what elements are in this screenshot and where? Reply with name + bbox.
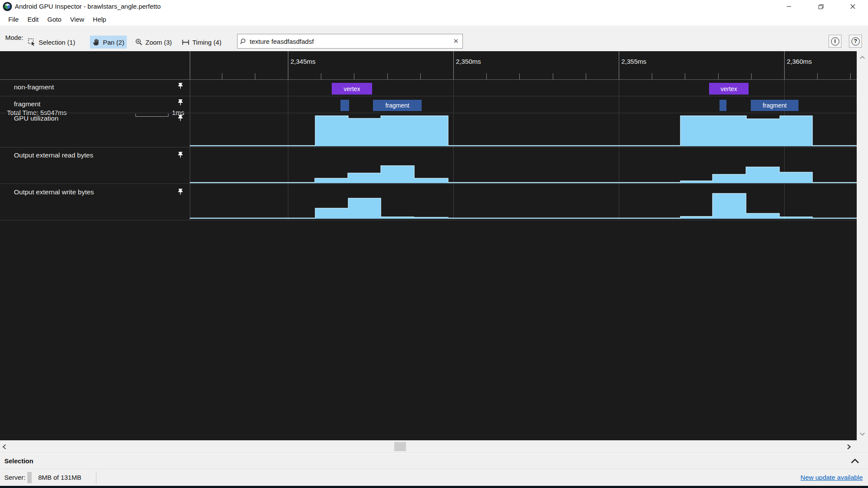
search-clear-icon[interactable]: ✕ <box>449 37 462 45</box>
slice-fragment[interactable]: fragment <box>751 100 799 111</box>
close-button[interactable] <box>843 0 863 13</box>
zoom-icon <box>135 38 143 46</box>
status-bar <box>0 470 868 486</box>
scroll-up-icon[interactable] <box>859 56 865 59</box>
track-label-non-fragment: non-fragment <box>14 83 54 91</box>
mode-timing-label: Timing (4) <box>192 39 221 46</box>
ruler-minor-tick <box>519 73 520 79</box>
help-button[interactable]: ? <box>849 35 862 48</box>
info-button[interactable]: i <box>828 35 842 48</box>
time-label-1: 2,350ms <box>456 58 481 65</box>
menu-help[interactable]: Help <box>89 14 111 25</box>
time-label-3: 2,360ms <box>787 58 812 65</box>
info-icon: i <box>831 37 839 46</box>
row-separator <box>0 220 857 220</box>
slice-fragment[interactable]: fragment <box>373 100 422 111</box>
ruler-minor-tick <box>850 73 851 79</box>
menu-edit[interactable]: Edit <box>23 14 43 25</box>
window-title: Android GPU Inspector - brawlstars_angle… <box>15 3 161 10</box>
slice-unlabeled[interactable] <box>719 100 726 111</box>
ruler-minor-tick <box>817 73 818 79</box>
ruler-minor-tick <box>222 73 222 79</box>
status-separator <box>96 472 96 484</box>
selection-icon <box>28 38 36 46</box>
android-gpu-inspector-window: Android GPU Inspector - brawlstars_angle… <box>0 0 868 488</box>
scroll-down-icon[interactable] <box>859 432 865 436</box>
chart-Output external read bytes[interactable] <box>0 147 857 183</box>
search-icon <box>238 38 250 45</box>
mode-timing-button[interactable]: Timing (4) <box>179 36 224 49</box>
server-memory-value: 8MB of 131MB <box>38 474 81 481</box>
collapse-chevron-icon[interactable] <box>850 458 860 464</box>
update-link[interactable]: New update available <box>801 474 863 481</box>
timeline-panel[interactable]: Total Time: 5s047ms 1ms 2,345ms2,350ms2,… <box>0 51 857 440</box>
search-box: ✕ <box>237 34 463 49</box>
menu-view[interactable]: View <box>66 14 89 25</box>
ruler-minor-tick <box>420 73 421 79</box>
ruler-minor-tick <box>255 73 255 79</box>
server-label: Server: <box>4 474 25 481</box>
ruler-major-gridline <box>619 51 619 79</box>
ruler-minor-tick <box>685 73 685 79</box>
timing-icon <box>182 38 190 46</box>
row-separator <box>0 96 857 96</box>
pan-icon <box>92 38 100 46</box>
horizontal-scrollbar-thumb[interactable] <box>394 442 406 451</box>
ruler-major-gridline <box>288 51 288 79</box>
slice-vertex[interactable]: vertex <box>709 83 749 95</box>
ruler-minor-tick <box>321 73 321 79</box>
slice-vertex[interactable]: vertex <box>332 83 372 95</box>
ruler-major-gridline <box>453 51 454 79</box>
selection-panel-header[interactable] <box>0 453 868 469</box>
menu-bar: File Edit Goto View Help <box>0 13 868 26</box>
ruler-minor-tick <box>486 73 487 79</box>
ruler-minor-tick <box>586 73 586 79</box>
help-icon: ? <box>851 37 860 46</box>
app-logo-icon <box>3 2 12 11</box>
scroll-right-icon[interactable] <box>847 444 851 449</box>
slice-unlabeled[interactable] <box>340 100 349 111</box>
ruler-minor-tick <box>718 73 719 79</box>
ruler-major-gridline <box>784 51 785 79</box>
mode-selection-label: Selection (1) <box>39 39 75 46</box>
ruler-minor-tick <box>751 73 752 79</box>
search-input[interactable] <box>250 38 449 45</box>
track-non-fragment-pin-icon[interactable] <box>177 82 184 90</box>
ruler-minor-tick <box>387 73 388 79</box>
minimize-button[interactable] <box>779 0 799 13</box>
selection-panel-title: Selection <box>4 457 33 465</box>
scroll-left-icon[interactable] <box>2 444 7 449</box>
server-memory-meter <box>27 472 32 483</box>
menu-file[interactable]: File <box>4 14 23 25</box>
label-column-divider <box>190 51 190 79</box>
chart-GPU utilization[interactable] <box>0 113 857 147</box>
mode-pan-button[interactable]: Pan (2) <box>90 36 127 49</box>
track-label-fragment: fragment <box>14 100 40 108</box>
track-fragment-pin-icon[interactable] <box>177 99 184 106</box>
mode-label: Mode: <box>5 34 23 41</box>
ruler-minor-tick <box>553 73 553 79</box>
menu-goto[interactable]: Goto <box>43 14 66 25</box>
restore-button[interactable] <box>811 0 831 13</box>
mode-pan-label: Pan (2) <box>103 39 124 46</box>
mode-zoom-button[interactable]: Zoom (3) <box>132 36 175 49</box>
ruler-minor-tick <box>652 73 652 79</box>
bottom-strip <box>0 486 868 488</box>
row-separator <box>0 79 857 80</box>
title-bar: Android GPU Inspector - brawlstars_angle… <box>0 0 868 13</box>
mode-selection-button[interactable]: Selection (1) <box>25 36 78 49</box>
time-label-2: 2,355ms <box>621 58 647 65</box>
time-label-0: 2,345ms <box>290 58 316 65</box>
vertical-scrollbar[interactable] <box>857 51 868 440</box>
horizontal-scrollbar[interactable] <box>0 440 868 453</box>
chart-Output external write bytes[interactable] <box>0 184 857 220</box>
mode-zoom-label: Zoom (3) <box>145 39 172 46</box>
ruler-minor-tick <box>354 73 354 79</box>
